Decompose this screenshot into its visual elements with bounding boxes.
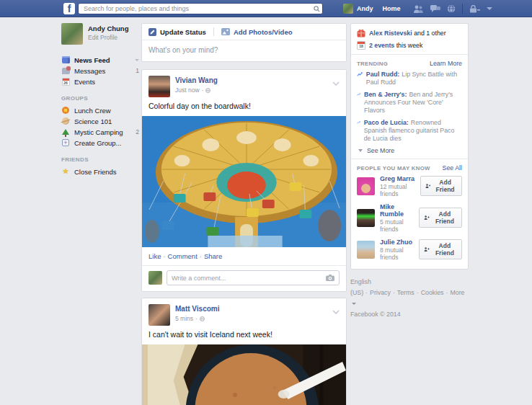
birthday-person-link[interactable]: Alex Ristevski <box>369 30 412 37</box>
status-input[interactable] <box>142 40 346 61</box>
pymk-row-mike: Mike Rumble 5 mutual friends Add Friend <box>357 203 462 233</box>
status-composer: Update Status Add Photos/Video <box>141 23 347 62</box>
trending-arrow-icon <box>357 91 360 98</box>
footer-link-cookies[interactable]: Cookies <box>421 289 444 296</box>
events-row: 18 2 events this week <box>357 41 462 50</box>
post-text: I can't wait to visit Iceland next week! <box>142 329 346 344</box>
sidebar-item-messages[interactable]: Messages 1 <box>61 66 139 76</box>
privacy-globe-icon <box>200 316 205 321</box>
add-friend-button[interactable]: Add Friend <box>419 239 462 259</box>
share-link[interactable]: Share <box>204 252 222 260</box>
friend-requests-icon[interactable] <box>413 5 424 13</box>
pymk-see-all-link[interactable]: See All <box>443 164 462 172</box>
left-sidebar: Andy Chung Edit Profile News Feed Messag… <box>61 23 139 177</box>
like-link[interactable]: Like <box>148 252 161 260</box>
post-photo-soup-bowl[interactable] <box>142 344 346 405</box>
sidebar-item-mystic-camping[interactable]: Mystic Camping 2 <box>61 127 139 137</box>
footer-link-language[interactable]: English (US) <box>350 278 371 296</box>
pymk-row-greg: Greg Marra 12 mutual friends Add Friend <box>357 175 462 197</box>
footer-link-more[interactable]: More <box>450 289 464 296</box>
profile-name: Andy Chung <box>88 23 128 32</box>
trending-item[interactable]: Paco de Lucia:Renowned Spanish flamenco … <box>357 119 462 143</box>
news-feed-caret-icon[interactable] <box>135 59 139 61</box>
composer-tab-divider <box>213 27 214 36</box>
footer-link-privacy[interactable]: Privacy <box>370 289 391 296</box>
sidebar-item-close-friends[interactable]: ★ Close Friends <box>61 166 139 177</box>
trending-arrow-icon <box>357 71 363 78</box>
star-icon: ★ <box>61 167 70 176</box>
add-friend-button[interactable]: Add Friend <box>419 208 462 228</box>
avatar[interactable] <box>357 241 375 259</box>
avatar[interactable] <box>357 177 375 195</box>
account-menu-caret-icon[interactable] <box>487 7 492 10</box>
footer-more-caret-icon[interactable] <box>352 303 356 305</box>
post-menu-chevron-icon[interactable] <box>332 76 340 89</box>
avatar <box>61 23 83 45</box>
privacy-lock-icon[interactable] <box>469 5 480 13</box>
add-photos-video-tab[interactable]: Add Photos/Video <box>221 28 293 36</box>
trending-arrow-icon <box>357 119 360 126</box>
post-menu-chevron-icon[interactable] <box>332 304 340 317</box>
trending-see-more[interactable]: See More <box>358 147 462 154</box>
divider <box>351 159 468 159</box>
events-calendar-icon: 26 <box>61 77 70 86</box>
post-timestamp[interactable]: Just now· <box>175 86 218 94</box>
mutual-friends-label: 5 mutual friends <box>380 218 414 233</box>
edit-profile-link[interactable]: Edit Profile <box>88 34 128 41</box>
trending-learn-more-link[interactable]: Learn More <box>430 60 462 67</box>
facebook-logo[interactable]: f <box>63 3 75 14</box>
groups-section-header: GROUPS <box>61 95 139 102</box>
search-input[interactable] <box>79 5 311 12</box>
update-status-tab[interactable]: Update Status <box>148 28 206 36</box>
add-friend-button[interactable]: Add Friend <box>420 176 462 196</box>
sidebar-item-lunch-crew[interactable]: Lunch Crew <box>61 105 139 115</box>
sidebar-item-create-group[interactable]: + Create Group... <box>61 138 139 148</box>
pymk-name-link[interactable]: Greg Marra <box>380 175 415 182</box>
planet-icon <box>61 117 70 125</box>
trending-item[interactable]: Ben & Jerry's:Ben and Jerry's Announces … <box>357 91 462 115</box>
topbar-right-controls: Andy Home <box>343 0 492 17</box>
sidebar-profile[interactable]: Andy Chung Edit Profile <box>61 23 139 45</box>
mutual-friends-label: 12 mutual friends <box>380 183 415 197</box>
camera-icon[interactable] <box>322 275 339 281</box>
avatar[interactable] <box>148 271 162 285</box>
topbar-profile-link[interactable]: Andy <box>343 4 373 14</box>
avatar[interactable] <box>357 209 375 227</box>
sidebar-item-science-101[interactable]: Science 101 <box>61 116 139 126</box>
divider <box>351 54 468 55</box>
calendar-icon: 18 <box>357 41 365 50</box>
friends-section-header: FRIENDS <box>61 156 139 163</box>
avatar[interactable] <box>148 304 170 326</box>
post-text: Colorful day on the boardwalk! <box>142 100 346 116</box>
avatar[interactable] <box>148 76 170 97</box>
messages-count-badge: 1 <box>136 67 139 74</box>
messages-icon[interactable] <box>430 5 440 13</box>
topbar-profile-name: Andy <box>357 5 373 12</box>
footer-link-terms[interactable]: Terms <box>397 289 414 296</box>
post-timestamp[interactable]: 5 mins· <box>175 315 220 322</box>
notifications-globe-icon[interactable] <box>447 4 456 13</box>
post-photo-carousel-ride[interactable] <box>142 116 346 247</box>
comment-input[interactable] <box>167 275 322 282</box>
topbar-home-link[interactable]: Home <box>383 5 401 12</box>
search-icon[interactable] <box>311 6 322 12</box>
gift-icon <box>357 29 365 37</box>
sidebar-item-events[interactable]: 26 Events <box>61 76 139 86</box>
top-navigation-bar: f Andy Home <box>0 0 532 17</box>
pymk-name-link[interactable]: Mike Rumble <box>380 203 414 218</box>
flower-icon <box>61 106 70 115</box>
messages-bubble-icon <box>61 66 70 75</box>
mutual-friends-label: 8 mutual friends <box>380 246 414 261</box>
sidebar-item-news-feed[interactable]: News Feed <box>61 55 139 65</box>
post-author-link[interactable]: Vivian Wang <box>175 76 218 84</box>
post-author-link[interactable]: Matt Viscomi <box>175 305 220 313</box>
events-link[interactable]: 2 events <box>369 42 394 49</box>
feed-post-vivian: Vivian Wang Just now· Colorful day on th… <box>141 69 347 292</box>
plus-box-icon: + <box>61 138 70 147</box>
feed-post-matt: Matt Viscomi 5 mins· I can't wait to vis… <box>141 298 347 405</box>
footer-copyright: Facebook © 2014 <box>350 309 469 320</box>
comment-link[interactable]: Comment <box>168 252 198 260</box>
privacy-globe-icon <box>205 88 210 93</box>
pymk-name-link[interactable]: Julie Zhuo <box>380 239 414 246</box>
trending-item[interactable]: Paul Rudd:Lip Sync Battle with Paul Rudd <box>357 71 462 86</box>
